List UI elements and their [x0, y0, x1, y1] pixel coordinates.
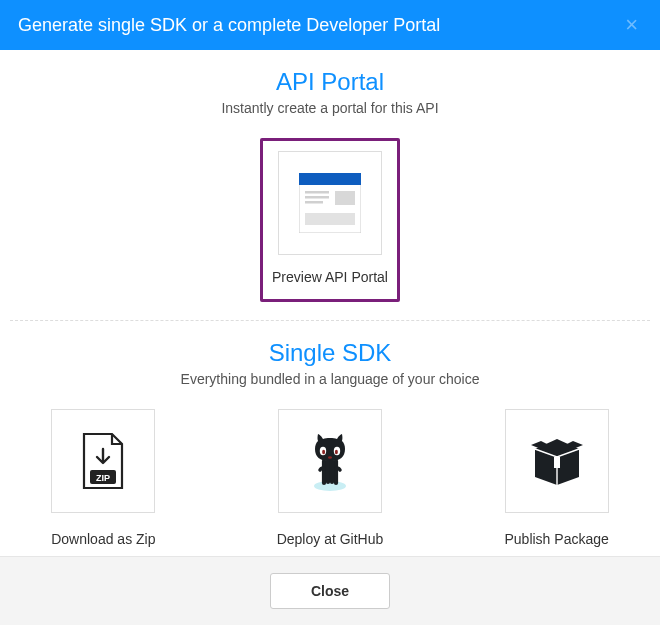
- zip-card-label: Download as Zip: [51, 531, 155, 547]
- preview-api-portal-card[interactable]: Preview API Portal: [260, 138, 400, 302]
- package-box-icon: [529, 435, 585, 487]
- sdk-heading: Single SDK: [10, 339, 650, 367]
- svg-rect-15: [554, 457, 560, 468]
- sdk-subheading: Everything bundled in a language of your…: [10, 371, 650, 387]
- download-zip-card[interactable]: ZIP Download as Zip: [33, 409, 173, 547]
- dialog-header: Generate single SDK or a complete Develo…: [0, 0, 660, 50]
- dialog-title: Generate single SDK or a complete Develo…: [18, 15, 621, 36]
- svg-text:ZIP: ZIP: [96, 473, 110, 483]
- github-octocat-icon: [299, 430, 361, 492]
- svg-rect-5: [335, 191, 355, 205]
- svg-point-14: [328, 456, 332, 459]
- portal-heading: API Portal: [10, 68, 650, 96]
- document-portal-icon: [299, 173, 361, 233]
- svg-rect-6: [305, 213, 355, 225]
- portal-card-label: Preview API Portal: [272, 269, 388, 285]
- svg-rect-3: [305, 196, 329, 199]
- deploy-github-card[interactable]: Deploy at GitHub: [260, 409, 400, 547]
- svg-rect-4: [305, 201, 323, 204]
- svg-rect-1: [299, 173, 361, 185]
- svg-point-13: [335, 450, 338, 454]
- package-tile: [505, 409, 609, 513]
- publish-package-card[interactable]: Publish Package: [487, 409, 627, 547]
- portal-preview-icon: [278, 151, 382, 255]
- package-card-label: Publish Package: [504, 531, 608, 547]
- svg-point-12: [322, 450, 325, 454]
- dialog-footer: Close: [0, 556, 660, 625]
- portal-card-row: Preview API Portal: [10, 138, 650, 302]
- close-icon[interactable]: ×: [621, 14, 642, 36]
- dialog-body: API Portal Instantly create a portal for…: [0, 50, 660, 556]
- section-divider: [10, 320, 650, 321]
- github-card-label: Deploy at GitHub: [277, 531, 384, 547]
- zip-file-icon: ZIP: [78, 432, 128, 490]
- sdk-card-row: ZIP Download as Zip: [10, 409, 650, 547]
- zip-tile: ZIP: [51, 409, 155, 513]
- github-tile: [278, 409, 382, 513]
- close-button[interactable]: Close: [270, 573, 390, 609]
- svg-rect-2: [305, 191, 329, 194]
- portal-subheading: Instantly create a portal for this API: [10, 100, 650, 116]
